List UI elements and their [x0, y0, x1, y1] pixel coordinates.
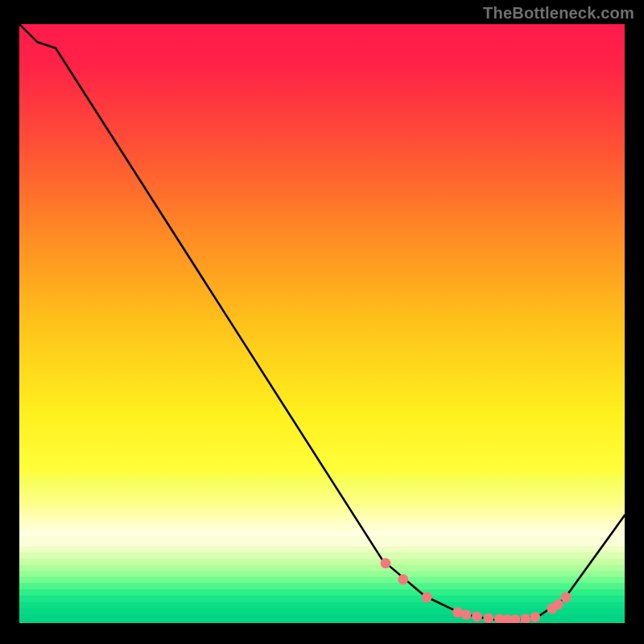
green-band [19, 589, 625, 596]
green-band [19, 602, 625, 609]
green-band [19, 547, 625, 553]
highlight-dot [461, 609, 472, 620]
chart-svg [19, 24, 625, 623]
watermark-text: TheBottleneck.com [483, 5, 634, 21]
green-band [19, 577, 625, 584]
green-band [19, 596, 625, 603]
green-band [19, 536, 625, 547]
highlight-dot [561, 592, 572, 603]
highlight-dot [553, 600, 564, 610]
gradient-background [19, 24, 625, 623]
green-band [19, 559, 625, 565]
green-band [19, 583, 625, 590]
green-band [19, 571, 625, 577]
highlight-dot [398, 574, 408, 584]
chart-stage: TheBottleneck.com [0, 0, 644, 644]
green-band [19, 552, 625, 559]
highlight-dot [530, 612, 540, 622]
highlight-dot [472, 611, 482, 621]
highlight-dot [422, 592, 432, 603]
highlight-dot [483, 613, 493, 623]
chart-plot [19, 24, 625, 623]
highlight-dot [381, 558, 391, 568]
green-band [19, 565, 625, 572]
